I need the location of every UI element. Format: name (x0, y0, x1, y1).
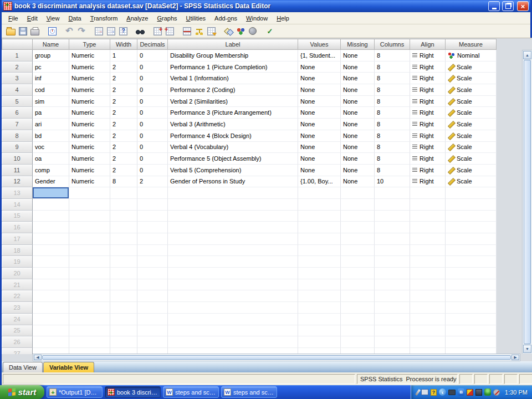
cell-type[interactable] (69, 256, 110, 268)
row-number[interactable]: 16 (2, 222, 33, 233)
cell-decimals[interactable]: 0 (137, 50, 168, 62)
vertical-scrollbar[interactable]: ▲ ▼ (522, 50, 532, 354)
menu-edit[interactable]: Edit (23, 13, 42, 23)
cell-columns[interactable] (375, 187, 410, 199)
scroll-up-button[interactable]: ▲ (523, 51, 531, 59)
cell-measure[interactable]: Scale (446, 73, 497, 84)
cell-columns[interactable]: 8 (375, 142, 410, 154)
cell-align[interactable]: Right (410, 176, 446, 188)
cell-label[interactable]: Verbal 4 (Vocabulary) (168, 142, 298, 154)
cell-values[interactable]: None (298, 62, 341, 73)
use-variable-sets-button[interactable] (234, 25, 247, 37)
cell-align[interactable]: Right (410, 130, 446, 142)
cell-columns[interactable] (375, 290, 410, 302)
cell-align[interactable] (410, 268, 446, 279)
cell-align[interactable]: Right (410, 165, 446, 176)
row-number[interactable]: 1 (2, 50, 33, 62)
row-number[interactable]: 13 (2, 187, 33, 199)
cell-align[interactable]: Right (410, 119, 446, 130)
cell-align[interactable] (410, 279, 446, 291)
row-number[interactable]: 7 (2, 119, 33, 130)
cell-align[interactable] (410, 314, 446, 325)
cell-name[interactable]: pa (33, 107, 69, 119)
cell-values[interactable] (298, 199, 341, 211)
cell-label[interactable] (168, 233, 298, 245)
cell-measure[interactable]: Scale (446, 96, 497, 108)
row-number[interactable]: 3 (2, 73, 33, 84)
cell-name[interactable]: sim (33, 96, 69, 108)
cell-align[interactable]: Right (410, 142, 446, 154)
cell-label[interactable]: Performance 4 (Block Design) (168, 130, 298, 142)
scroll-left-button[interactable]: ◀ (34, 355, 42, 360)
cell-missing[interactable] (341, 256, 375, 268)
row-number[interactable]: 12 (2, 176, 33, 188)
cell-columns[interactable] (375, 199, 410, 211)
cell-type[interactable] (69, 187, 110, 199)
cell-align[interactable] (410, 211, 446, 222)
cell-width[interactable]: 2 (110, 119, 137, 130)
row-number[interactable]: 21 (2, 279, 33, 291)
cell-missing[interactable]: None (341, 62, 375, 73)
cell-missing[interactable]: None (341, 142, 375, 154)
header-width[interactable]: Width (110, 39, 137, 50)
cell-width[interactable] (110, 268, 137, 279)
cell-name[interactable]: oa (33, 153, 69, 165)
cell-width[interactable] (110, 222, 137, 233)
cell-type[interactable] (69, 325, 110, 337)
cell-decimals[interactable]: 0 (137, 107, 168, 119)
cell-name[interactable] (33, 268, 69, 279)
cell-values[interactable] (298, 290, 341, 302)
value-labels-button[interactable] (222, 25, 234, 37)
cell-name[interactable]: ari (33, 119, 69, 130)
cell-align[interactable]: Right (410, 62, 446, 73)
cell-measure[interactable] (446, 211, 497, 222)
cell-width[interactable] (110, 290, 137, 302)
cell-label[interactable]: Verbal 1 (Information) (168, 73, 298, 84)
cell-values[interactable] (298, 233, 341, 245)
cell-columns[interactable]: 8 (375, 119, 410, 130)
cell-decimals[interactable] (137, 279, 168, 291)
cell-label[interactable]: Performance 1 (Picture Completion) (168, 62, 298, 73)
cell-decimals[interactable]: 0 (137, 130, 168, 142)
cell-align[interactable] (410, 336, 446, 348)
cell-missing[interactable] (341, 211, 375, 222)
header-values[interactable]: Values (298, 39, 341, 50)
cell-name[interactable]: Gender (33, 176, 69, 188)
cell-measure[interactable] (446, 256, 497, 268)
cell-missing[interactable]: None (341, 176, 375, 188)
cell-label[interactable]: Performance 3 (Picture Arrangement) (168, 107, 298, 119)
header-decimals[interactable]: Decimals (137, 39, 168, 50)
cell-missing[interactable]: None (341, 153, 375, 165)
cell-width[interactable]: 8 (110, 176, 137, 188)
cell-name[interactable] (33, 187, 69, 199)
cell-measure[interactable] (446, 314, 497, 325)
cell-label[interactable] (168, 279, 298, 291)
cell-missing[interactable]: None (341, 96, 375, 108)
cell-width[interactable] (110, 233, 137, 245)
taskbar-task[interactable]: book 3 discrimin... (105, 386, 161, 398)
cell-missing[interactable] (341, 314, 375, 325)
cell-width[interactable] (110, 245, 137, 257)
row-number[interactable]: 9 (2, 142, 33, 154)
menu-graphs[interactable]: Graphs (152, 13, 181, 23)
row-number[interactable]: 2 (2, 62, 33, 73)
open-file-button[interactable] (4, 25, 17, 37)
horizontal-scroll-thumb[interactable] (42, 355, 511, 360)
cell-align[interactable] (410, 325, 446, 337)
cell-align[interactable] (410, 256, 446, 268)
cell-measure[interactable]: Nominal (446, 50, 497, 62)
cell-name[interactable] (33, 199, 69, 211)
cell-type[interactable] (69, 290, 110, 302)
cell-values[interactable]: None (298, 73, 341, 84)
cell-decimals[interactable]: 0 (137, 62, 168, 73)
row-number[interactable]: 11 (2, 165, 33, 176)
cell-measure[interactable]: Scale (446, 119, 497, 130)
goto-variable-button[interactable] (105, 25, 117, 37)
redo-button[interactable] (75, 25, 88, 37)
cell-align[interactable] (410, 302, 446, 314)
cell-measure[interactable] (446, 199, 497, 211)
row-number[interactable]: 18 (2, 245, 33, 257)
variables-button[interactable] (117, 25, 129, 37)
cell-name[interactable]: voc (33, 142, 69, 154)
menu-utilities[interactable]: Utilities (182, 13, 210, 23)
